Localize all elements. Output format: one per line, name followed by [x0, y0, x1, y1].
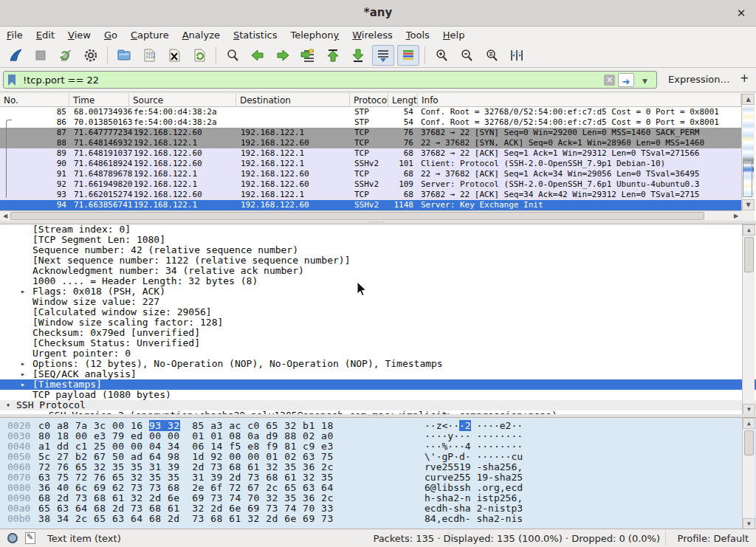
- detail-line[interactable]: [TCP Segment Len: 1080]: [0, 235, 756, 245]
- menu-analyze[interactable]: Analyze: [176, 28, 227, 42]
- detail-line[interactable]: ▸[Timestamps]: [0, 379, 756, 390]
- scroll-left-arrow-icon[interactable]: ◀: [0, 211, 10, 221]
- scroll-down-arrow-icon[interactable]: ▼: [743, 518, 755, 529]
- expander-closed-icon[interactable]: ▸: [21, 379, 25, 390]
- zoom-in-button[interactable]: [430, 45, 453, 66]
- add-filter-button[interactable]: +: [740, 72, 749, 85]
- go-to-packet-button[interactable]: [297, 45, 319, 66]
- hex-ascii[interactable]: ecdh-sha 2-nistp3: [425, 503, 523, 514]
- hex-row[interactable]: 0040a1 dd c1 25 00 00 04 34 06 14 f5 e8 …: [0, 441, 756, 452]
- hex-bytes[interactable]: 72 76 65 32 35 35 31 39 2d 73 68 61 32 3…: [38, 462, 334, 472]
- menu-telephony[interactable]: Telephony: [284, 28, 346, 42]
- scroll-up-arrow-icon[interactable]: ▲: [743, 224, 755, 235]
- packet-row[interactable]: 9071.648618924192.168.122.60192.168.122.…: [0, 159, 741, 169]
- expert-info-icon[interactable]: [7, 533, 18, 543]
- menu-wireless[interactable]: Wireless: [346, 28, 399, 42]
- hex-bytes[interactable]: c0 a8 7a 3c 00 16 93 32 85 a3 ac c0 65 3…: [38, 421, 334, 431]
- detail-line[interactable]: [Window size scaling factor: 128]: [0, 317, 756, 328]
- detail-line[interactable]: ▸Options: (12 bytes), No-Operation (NOP)…: [0, 359, 756, 369]
- expression-button[interactable]: Expression…: [668, 74, 730, 85]
- scrollbar-thumb[interactable]: [743, 160, 752, 197]
- scroll-down-arrow-icon[interactable]: ▼: [742, 199, 755, 210]
- detail-line[interactable]: [Stream index: 0]: [0, 224, 756, 235]
- packet-row[interactable]: 8568.001734936fe:54:00:d4:38:2aSTP54Conf…: [0, 107, 741, 117]
- detail-line[interactable]: Urgent pointer: 0: [0, 348, 756, 359]
- hex-ascii[interactable]: \'·gP·d· ······cu: [425, 452, 523, 462]
- scroll-down-arrow-icon[interactable]: ▼: [743, 404, 755, 414]
- close-button[interactable]: ✕: [734, 6, 749, 21]
- hex-ascii[interactable]: ···%···4 ········: [425, 441, 523, 452]
- detail-line[interactable]: Sequence number: 42 (relative sequence n…: [0, 245, 756, 255]
- hex-bytes[interactable]: 65 63 64 68 2d 73 68 61 32 2d 6e 69 73 7…: [38, 503, 334, 514]
- capture-comment-icon[interactable]: [25, 532, 35, 544]
- column-header-no[interactable]: No.: [0, 94, 69, 107]
- hex-bytes[interactable]: 63 75 72 76 65 32 35 35 31 39 2d 73 68 6…: [38, 472, 334, 483]
- restart-capture-button[interactable]: [55, 45, 77, 66]
- hex-ascii[interactable]: ··z<···2 ····e2··: [425, 421, 523, 431]
- column-header-destination[interactable]: Destination: [236, 94, 350, 107]
- expander-open-icon[interactable]: ▾: [6, 400, 10, 410]
- go-first-button[interactable]: [322, 45, 344, 66]
- colorize-toggle[interactable]: [397, 45, 419, 66]
- hex-scroll-thumb[interactable]: [744, 430, 754, 455]
- detail-line[interactable]: 1000 .... = Header Length: 32 bytes (8): [0, 276, 756, 286]
- hex-row[interactable]: 0020c0 a8 7a 3c 00 16 93 32 85 a3 ac c0 …: [0, 421, 756, 431]
- packet-row[interactable]: 8971.648191037192.168.122.60192.168.122.…: [0, 148, 741, 159]
- hscrollbar-thumb[interactable]: [10, 212, 704, 220]
- hex-row[interactable]: 006072 76 65 32 35 35 31 39 2d 73 68 61 …: [0, 462, 756, 472]
- reload-file-button[interactable]: [188, 45, 210, 66]
- go-forward-button[interactable]: [272, 45, 294, 66]
- hex-bytes[interactable]: a1 dd c1 25 00 00 04 34 06 14 f5 e8 f9 8…: [38, 441, 334, 452]
- detail-line[interactable]: [Checksum Status: Unverified]: [0, 338, 756, 348]
- filter-history-caret[interactable]: ▼: [642, 78, 647, 85]
- close-file-button[interactable]: [163, 45, 185, 66]
- column-header-length[interactable]: Length: [388, 94, 418, 107]
- auto-scroll-toggle[interactable]: [372, 45, 394, 66]
- profile-text[interactable]: Profile: Default: [678, 533, 749, 544]
- hex-bytes[interactable]: 38 34 2c 65 63 64 68 2d 73 68 61 32 2d 6…: [38, 514, 334, 524]
- zoom-reset-button[interactable]: [481, 45, 503, 66]
- details-vscrollbar[interactable]: ▲ ▼: [742, 224, 755, 414]
- start-capture-button[interactable]: [4, 45, 27, 66]
- column-header-info[interactable]: Info: [418, 94, 741, 107]
- column-header-protocol[interactable]: Protocol: [350, 94, 388, 107]
- hex-ascii[interactable]: curve255 19-sha25: [425, 472, 523, 483]
- menu-file[interactable]: File: [0, 28, 30, 42]
- packet-row[interactable]: 9371.662015274192.168.122.60192.168.122.…: [0, 190, 741, 200]
- zoom-out-button[interactable]: [456, 45, 478, 66]
- menu-capture[interactable]: Capture: [124, 28, 176, 42]
- filter-clear-button[interactable]: ✕: [604, 75, 615, 86]
- hex-bytes[interactable]: 80 18 00 e3 79 ed 00 00 01 01 08 0a d9 8…: [38, 431, 334, 441]
- packet-row[interactable]: 9171.648789678192.168.122.1192.168.122.6…: [0, 169, 741, 179]
- detail-line[interactable]: ▸[SEQ/ACK analysis]: [0, 369, 756, 379]
- detail-line[interactable]: [Calculated window size: 29056]: [0, 307, 756, 317]
- hex-bytes[interactable]: 36 40 6c 69 62 73 73 68 2e 6f 72 67 2c 6…: [38, 483, 334, 493]
- hex-ascii[interactable]: rve25519 -sha256,: [425, 462, 523, 472]
- hex-row[interactable]: 007063 75 72 76 65 32 35 35 31 39 2d 73 …: [0, 472, 756, 483]
- menu-view[interactable]: View: [61, 28, 97, 42]
- filter-apply-button[interactable]: ➜: [618, 73, 634, 87]
- find-packet-button[interactable]: [221, 45, 244, 66]
- column-header-time[interactable]: Time: [69, 94, 129, 107]
- packet-row[interactable]: 9471.663856741192.168.122.1192.168.122.6…: [0, 200, 741, 210]
- hex-ascii[interactable]: 84,ecdh- sha2-nis: [425, 514, 523, 524]
- packet-row[interactable]: 8771.647777234192.168.122.60192.168.122.…: [0, 128, 741, 138]
- hex-row[interactable]: 008036 40 6c 69 62 73 73 68 2e 6f 72 67 …: [0, 483, 756, 493]
- menu-edit[interactable]: Edit: [30, 28, 61, 42]
- hex-row[interactable]: 009068 2d 73 68 61 32 2d 6e 69 73 74 70 …: [0, 493, 756, 503]
- detail-line[interactable]: [Next sequence number: 1122 (relative se…: [0, 255, 756, 266]
- go-last-button[interactable]: [347, 45, 369, 66]
- detail-line[interactable]: Window size value: 227: [0, 297, 756, 307]
- capture-options-button[interactable]: [80, 45, 102, 66]
- menu-help[interactable]: Help: [436, 28, 472, 42]
- hex-bytes[interactable]: 5c 27 b2 67 50 ad 64 98 1d 92 00 00 01 0…: [38, 452, 334, 462]
- hex-ascii[interactable]: ····y··· ········: [425, 431, 523, 441]
- details-scroll-thumb[interactable]: [744, 237, 754, 272]
- menu-go[interactable]: Go: [97, 28, 124, 42]
- scroll-up-arrow-icon[interactable]: ▲: [742, 94, 755, 105]
- detail-line[interactable]: Checksum: 0x79ed [unverified]: [0, 328, 756, 338]
- packet-list-vscrollbar[interactable]: ▲ ▼: [741, 94, 755, 210]
- save-file-button[interactable]: 01010110: [138, 45, 160, 66]
- packet-row[interactable]: 8871.648146932192.168.122.1192.168.122.6…: [0, 138, 741, 148]
- open-file-button[interactable]: [113, 45, 135, 66]
